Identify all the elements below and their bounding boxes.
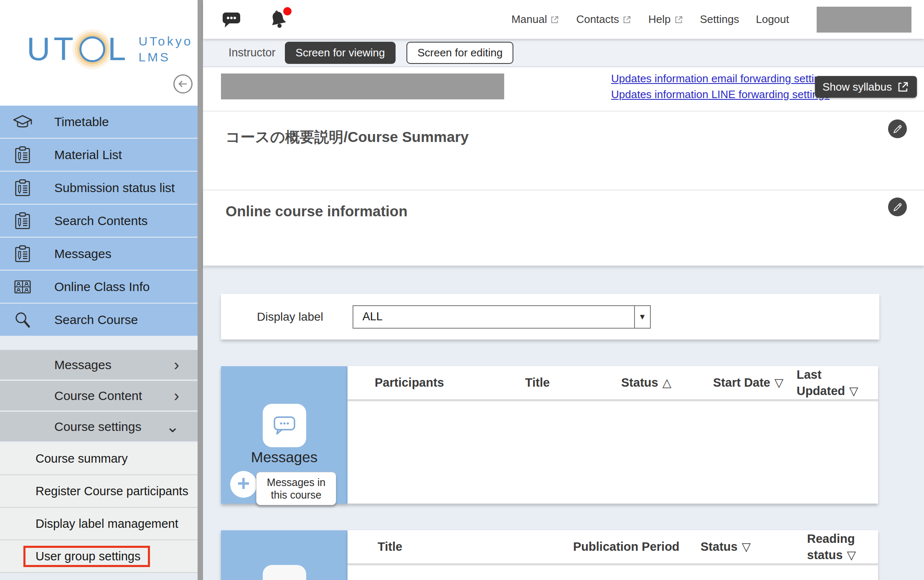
sidebar-subitem-display-label-management[interactable]: Display label management (0, 508, 198, 540)
course-summary-heading: コースの概要説明/Course Summary (226, 127, 469, 147)
logout-link[interactable]: Logout (756, 13, 789, 26)
sidebar-group-course-content[interactable]: Course Content › (0, 381, 198, 410)
sidebar-group-course-settings[interactable]: Course settings ⌄ (0, 412, 198, 441)
external-link-icon (897, 81, 909, 93)
column-header-title: Title (525, 375, 550, 391)
dropdown-arrow-icon: ▼ (634, 306, 650, 328)
sidebar-item-submission-status-list[interactable]: Submission status list (0, 172, 198, 204)
external-link-icon (550, 15, 559, 24)
edit-online-course-info-button[interactable] (888, 198, 907, 216)
sidebar-item-label: Material List (54, 148, 122, 162)
user-nav: Manual Contacts Help Settings Logout (511, 7, 911, 33)
chevron-right-icon: › (174, 388, 179, 404)
logo-area: UTL UTokyo LMS (0, 0, 198, 106)
course-header-block: Updates information email forwarding set… (203, 67, 924, 111)
manual-label: Manual (511, 13, 547, 26)
sidebar-item-label: Submission status list (54, 181, 175, 195)
sidebar-subitem-course-summary[interactable]: Course summary (0, 443, 198, 475)
sort-desc-icon: ▽ (742, 540, 751, 553)
settings-label: Settings (700, 13, 739, 26)
sidebar-subitem-user-group-settings[interactable]: User group settings (0, 540, 198, 573)
sidebar-gap (0, 337, 198, 350)
clipboard-icon (13, 145, 33, 165)
chat-button[interactable] (221, 10, 241, 29)
materials-table-header: Title Publication Period Status▽ Reading… (348, 530, 878, 563)
video-participants-icon (13, 277, 33, 297)
column-header-last-updated-sortable[interactable]: Last Updated▽ (797, 366, 874, 399)
sidebar-subitem-label: Course summary (36, 452, 128, 466)
materials-card (221, 530, 348, 580)
forwarding-links: Updates information email forwarding set… (611, 72, 831, 101)
user-name-redacted (817, 7, 911, 33)
messages-panel-row: Messages + Messages in this course Parti… (221, 366, 878, 504)
sidebar-item-label: Timetable (54, 115, 109, 129)
utol-lms-app: UTL UTokyo LMS Timetabl (0, 0, 924, 580)
line-forwarding-settings-link[interactable]: Updates information LINE forwarding sett… (611, 88, 831, 101)
sort-desc-icon: ▽ (849, 385, 858, 398)
external-link-icon (622, 15, 632, 24)
messages-table: Participants Title Status△ Start Date▽ L… (348, 366, 878, 504)
sidebar: UTL UTokyo LMS Timetabl (0, 0, 203, 580)
sidebar-item-material-list[interactable]: Material List (0, 139, 198, 171)
email-forwarding-settings-link[interactable]: Updates information email forwarding set… (611, 72, 831, 85)
display-label-select[interactable]: ALL ▼ (353, 305, 651, 329)
sidebar-subitem-label: Display label management (36, 517, 178, 531)
settings-link[interactable]: Settings (700, 13, 739, 26)
column-header-start-date-sortable[interactable]: Start Date▽ (713, 375, 784, 391)
sidebar-item-search-course[interactable]: Search Course (0, 304, 198, 336)
column-header-status-sortable[interactable]: Status▽ (701, 539, 751, 555)
notifications-button[interactable] (267, 9, 289, 30)
sidebar-item-label: Search Course (54, 313, 138, 327)
course-summary-section: コースの概要説明/Course Summary (203, 111, 924, 190)
notification-dot (283, 7, 292, 15)
sidebar-collapse-button[interactable] (173, 74, 193, 94)
search-icon (13, 310, 33, 330)
show-syllabus-label: Show syllabus (822, 81, 892, 94)
sidebar-group-label: Course Content (54, 389, 142, 403)
materials-table: Title Publication Period Status▽ Reading… (348, 530, 878, 580)
materials-card-icon-tile (263, 565, 306, 580)
table-header-divider (348, 563, 878, 565)
clipboard-icon (13, 211, 33, 231)
sidebar-item-timetable[interactable]: Timetable (0, 106, 198, 138)
sidebar-group-messages[interactable]: Messages › (0, 350, 198, 380)
user-group-settings-highlight: User group settings (23, 546, 150, 567)
help-label: Help (648, 13, 670, 26)
add-message-button[interactable]: + (230, 471, 257, 498)
sidebar-item-label: Online Class Info (54, 280, 150, 294)
external-link-icon (674, 15, 683, 24)
manual-link[interactable]: Manual (511, 13, 559, 26)
sidebar-item-label: Messages (54, 247, 112, 261)
course-title-redacted (221, 73, 504, 99)
column-header-status-sortable[interactable]: Status△ (621, 375, 671, 391)
speech-bubble-icon (272, 414, 297, 437)
role-tab-bar: Instructor Screen for viewing Screen for… (203, 39, 924, 67)
sidebar-item-search-contents[interactable]: Search Contents (0, 205, 198, 237)
chevron-right-icon: › (174, 357, 179, 373)
contacts-link[interactable]: Contacts (576, 13, 632, 26)
tab-screen-for-viewing[interactable]: Screen for viewing (285, 42, 396, 64)
sidebar-item-label: Search Contents (54, 214, 147, 228)
column-header-reading-status-sortable[interactable]: Reading status▽ (807, 530, 882, 563)
graduation-cap-icon (13, 112, 33, 132)
show-syllabus-button[interactable]: Show syllabus (815, 76, 917, 98)
tab-screen-for-editing[interactable]: Screen for editing (406, 42, 513, 64)
display-label-filter-card: Display label ALL ▼ (221, 294, 879, 339)
logo-subtitle: UTokyo LMS (138, 33, 193, 65)
sidebar-item-messages[interactable]: Messages (0, 238, 198, 270)
help-link[interactable]: Help (648, 13, 683, 26)
sidebar-subitem-register-course-participants[interactable]: Register Course participants (0, 475, 198, 508)
materials-panel-row: Title Publication Period Status▽ Reading… (221, 530, 878, 580)
display-label-selected-value: ALL (353, 306, 634, 328)
column-header-participants: Participants (375, 375, 444, 391)
edit-course-summary-button[interactable] (888, 119, 907, 138)
sidebar-group-label: Messages (54, 358, 112, 372)
sort-asc-icon: △ (663, 376, 672, 389)
sidebar-subitem-label: Register Course participants (36, 484, 188, 498)
main-content: Manual Contacts Help Settings Logout (203, 0, 924, 580)
utol-logo: UTL UTokyo LMS (27, 30, 193, 68)
sidebar-item-online-class-info[interactable]: Online Class Info (0, 271, 198, 303)
arrow-left-icon (178, 79, 188, 89)
sidebar-scrollbar[interactable] (198, 0, 203, 580)
messages-in-this-course-button[interactable]: Messages in this course (256, 472, 336, 505)
